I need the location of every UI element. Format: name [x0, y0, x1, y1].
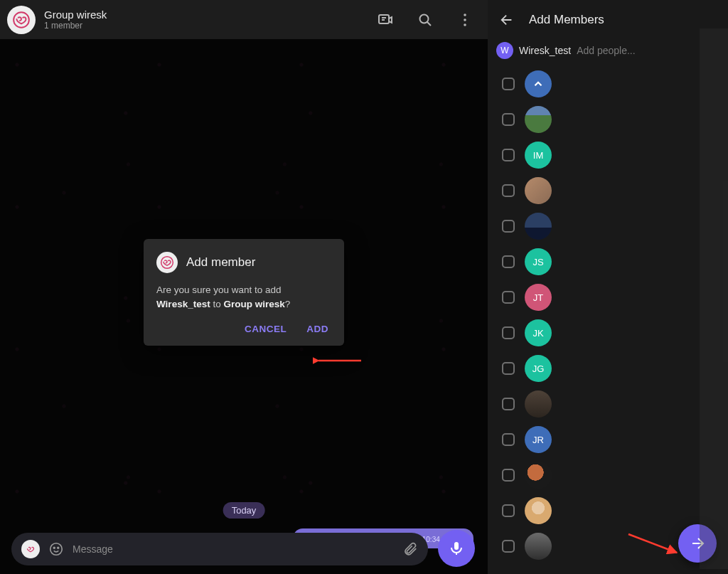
add-member-dialog: Add member Are you sure you want to add … — [144, 239, 344, 346]
contact-checkbox[interactable] — [502, 469, 515, 482]
voice-message-button[interactable] — [438, 530, 475, 567]
add-people-input[interactable] — [577, 45, 701, 56]
contact-row[interactable]: JT — [488, 280, 728, 315]
contact-row[interactable]: JK — [488, 315, 728, 351]
contact-row[interactable]: JR — [488, 422, 728, 457]
message-composer — [11, 533, 428, 565]
contact-row[interactable] — [488, 66, 728, 102]
side-header: Add Members — [488, 0, 728, 39]
contact-row[interactable] — [488, 102, 728, 137]
svg-point-9 — [53, 547, 55, 548]
group-logo-icon — [160, 255, 174, 270]
contact-avatar: JR — [525, 426, 552, 453]
contact-avatar — [525, 106, 552, 133]
selected-chip-row: W Wiresk_test — [488, 39, 728, 66]
contact-checkbox[interactable] — [502, 220, 515, 233]
svg-point-10 — [58, 547, 59, 548]
contact-checkbox[interactable] — [502, 255, 515, 268]
svg-point-2 — [420, 14, 429, 23]
chat-title[interactable]: Group wiresk — [44, 9, 107, 21]
contact-avatar: JG — [525, 355, 552, 382]
cancel-button[interactable]: CANCEL — [245, 324, 287, 334]
message-input[interactable] — [73, 543, 394, 555]
svg-point-4 — [464, 18, 466, 21]
contact-row[interactable] — [488, 386, 728, 422]
dialog-title: Add member — [186, 255, 255, 270]
dialog-message: Are you sure you want to add Wiresk_test… — [156, 283, 331, 311]
search-icon[interactable] — [417, 11, 434, 28]
contact-checkbox[interactable] — [502, 149, 515, 161]
selected-member-chip[interactable]: W Wiresk_test — [496, 42, 571, 59]
dialog-avatar — [156, 252, 178, 273]
svg-point-8 — [50, 543, 63, 556]
contact-avatar: JS — [525, 248, 552, 275]
contact-row[interactable]: IM — [488, 137, 728, 173]
contact-row[interactable] — [488, 208, 728, 244]
contact-row[interactable]: JS — [488, 244, 728, 280]
contact-checkbox[interactable] — [502, 326, 515, 339]
contact-avatar: IM — [525, 142, 552, 169]
contact-row[interactable] — [488, 173, 728, 208]
add-button[interactable]: ADD — [306, 324, 328, 334]
chip-avatar: W — [496, 42, 513, 59]
contact-avatar — [525, 213, 552, 240]
chip-name: Wiresk_test — [519, 45, 571, 56]
add-members-panel: Add Members W Wiresk_test IMJSJTJKJGJR — [488, 0, 728, 574]
annotation-arrow-dialog — [313, 354, 363, 368]
contact-checkbox[interactable] — [502, 184, 515, 197]
composer-avatar[interactable] — [21, 540, 40, 558]
contact-avatar — [525, 177, 552, 204]
side-title: Add Members — [529, 13, 604, 27]
contact-checkbox[interactable] — [502, 398, 515, 410]
confirm-fab-button[interactable] — [678, 524, 717, 563]
dialog-overlay: Add member Are you sure you want to add … — [0, 39, 488, 574]
video-message-icon[interactable] — [377, 11, 394, 28]
contact-avatar — [525, 390, 552, 418]
contact-checkbox[interactable] — [502, 433, 515, 446]
contact-checkbox[interactable] — [502, 362, 515, 375]
chat-header: Group wiresk 1 member — [0, 0, 488, 39]
chat-body: Today Welcome to Wiresk group 10:34 AM ✓… — [0, 39, 488, 574]
svg-point-5 — [464, 23, 466, 26]
group-avatar[interactable] — [7, 6, 36, 34]
contact-checkbox[interactable] — [502, 113, 515, 126]
more-menu-icon[interactable] — [456, 11, 473, 28]
contact-avatar — [525, 497, 552, 524]
contact-row[interactable] — [488, 493, 728, 528]
contact-checkbox[interactable] — [502, 78, 515, 90]
member-count: 1 member — [44, 21, 107, 31]
contact-avatar — [525, 462, 552, 489]
svg-point-3 — [464, 14, 466, 16]
contact-row[interactable]: JG — [488, 351, 728, 386]
contact-checkbox[interactable] — [502, 504, 515, 517]
chat-panel: Group wiresk 1 member Today Welcome to W… — [0, 0, 488, 574]
contact-avatar: JK — [525, 319, 552, 346]
contact-checkbox[interactable] — [502, 540, 515, 553]
contact-checkbox[interactable] — [502, 291, 515, 304]
emoji-icon[interactable] — [48, 541, 64, 557]
contact-list[interactable]: IMJSJTJKJGJR — [488, 66, 728, 574]
contact-row[interactable] — [488, 457, 728, 493]
group-logo-icon — [12, 11, 31, 29]
contact-avatar — [525, 533, 552, 560]
back-icon[interactable] — [499, 12, 515, 28]
date-separator: Today — [223, 502, 265, 519]
contact-avatar: JT — [525, 284, 552, 311]
contact-avatar — [525, 70, 552, 97]
attach-icon[interactable] — [402, 541, 418, 557]
